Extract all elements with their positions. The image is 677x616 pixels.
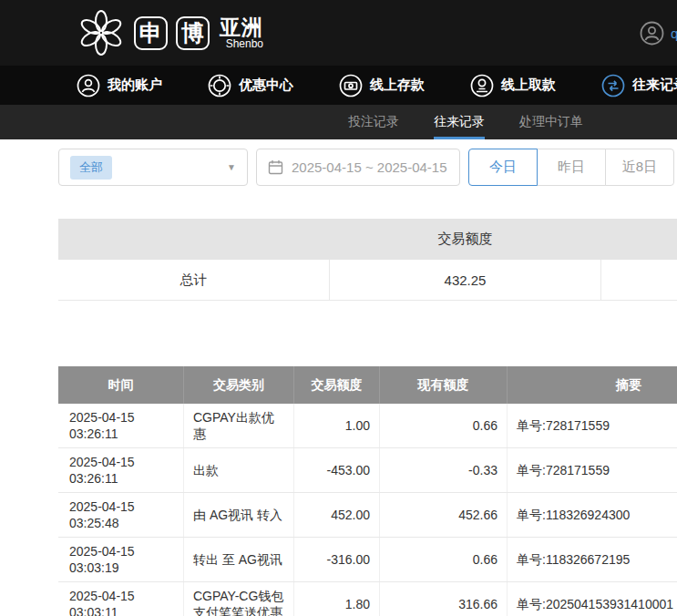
nav-item-label: 线上取款 xyxy=(501,77,556,94)
summary-header-spacer xyxy=(601,219,677,260)
table-cell: 出款 xyxy=(184,448,294,492)
table-cell: 2025-04-15 03:26:11 xyxy=(58,404,184,447)
tab-processing-orders[interactable]: 处理中订单 xyxy=(519,105,583,139)
username-label: q xyxy=(671,26,677,41)
main-navigation: 我的账户 优惠中心 线上存款 xyxy=(0,66,677,105)
table-cell: 2025-04-15 03:03:19 xyxy=(58,538,184,581)
brand-name-en: Shenbo xyxy=(226,38,263,50)
transactions-table: 时间交易类别交易额度现有额度摘要 2025-04-15 03:26:11CGPA… xyxy=(58,366,677,616)
table-cell: 2025-04-15 03:03:11 xyxy=(58,582,184,616)
summary-total-value: 432.25 xyxy=(329,260,601,300)
table-cell: 单号:202504153931410001 xyxy=(508,582,677,616)
table-cell: 单号:728171559 xyxy=(508,448,677,492)
filter-bar: 全部 ▼ 2025-04-15 ~ 2025-04-15 今日 昨日 近8日 xyxy=(58,149,677,186)
transfer-arrows-icon xyxy=(601,74,625,98)
table-cell: -0.33 xyxy=(380,448,508,492)
table-cell: 单号:118326924300 xyxy=(508,493,677,537)
user-circle-icon xyxy=(77,74,100,98)
table-header-row: 时间交易类别交易额度现有额度摘要 xyxy=(58,366,677,404)
table-cell: CGPAY-CG钱包支付笔笔送优惠 xyxy=(184,582,294,616)
table-cell: 1.80 xyxy=(294,582,380,616)
table-row: 2025-04-15 03:03:11CGPAY-CG钱包支付笔笔送优惠1.80… xyxy=(58,582,677,616)
summary-header-row: 交易额度 xyxy=(58,219,677,260)
brand-text: 亚洲 Shenbo xyxy=(220,16,263,50)
nav-item-transactions[interactable]: 往来记录 xyxy=(601,74,677,98)
nav-item-label: 线上存款 xyxy=(370,77,425,94)
table-cell: 452.00 xyxy=(294,493,380,537)
date-range-value: 2025-04-15 ~ 2025-04-15 xyxy=(292,159,447,175)
column-header: 交易类别 xyxy=(184,366,294,404)
table-row: 2025-04-15 03:26:11出款-453.00-0.33单号:7281… xyxy=(58,448,677,493)
brand-name-cn: 亚洲 xyxy=(220,16,263,38)
table-row: 2025-04-15 03:25:48由 AG视讯 转入452.00452.66… xyxy=(58,493,677,538)
user-account[interactable]: q xyxy=(640,21,677,46)
column-header: 交易额度 xyxy=(294,366,380,404)
table-cell: CGPAY出款优惠 xyxy=(184,404,294,447)
tab-betting-records[interactable]: 投注记录 xyxy=(348,105,399,139)
yesterday-button[interactable]: 昨日 xyxy=(537,149,606,186)
summary-total-label: 总计 xyxy=(58,260,329,300)
date-range-input[interactable]: 2025-04-15 ~ 2025-04-15 xyxy=(256,149,460,186)
summary-header-spacer xyxy=(58,219,329,260)
logo-char-box: 博 xyxy=(176,16,210,50)
summary-total-row: 总计 432.25 xyxy=(58,260,677,301)
top-header: 申 博 亚洲 Shenbo q xyxy=(0,0,677,66)
nav-item-label: 往来记录 xyxy=(632,77,677,94)
type-select-value: 全部 xyxy=(70,156,112,180)
column-header: 时间 xyxy=(58,366,184,404)
withdraw-coin-icon xyxy=(470,74,494,98)
table-cell: 452.66 xyxy=(380,493,508,537)
column-header: 现有额度 xyxy=(380,366,508,404)
table-cell: 2025-04-15 03:26:11 xyxy=(58,448,184,492)
column-header: 摘要 xyxy=(508,366,677,404)
calendar-icon xyxy=(268,159,283,175)
page: 申 博 亚洲 Shenbo q xyxy=(0,0,677,616)
nav-item-label: 我的账户 xyxy=(108,77,162,94)
table-row: 2025-04-15 03:26:11CGPAY出款优惠1.000.66单号:7… xyxy=(58,404,677,448)
table-cell: -453.00 xyxy=(294,448,380,492)
last-8-days-button[interactable]: 近8日 xyxy=(605,149,674,186)
user-circle-icon xyxy=(640,21,664,46)
flower-pinwheel-icon xyxy=(77,8,126,57)
today-button[interactable]: 今日 xyxy=(468,149,538,186)
deposit-banknote-icon xyxy=(339,74,363,98)
logo-char-box: 申 xyxy=(134,16,168,50)
summary-header-amount: 交易额度 xyxy=(329,219,601,260)
nav-item-my-account[interactable]: 我的账户 xyxy=(77,74,162,98)
record-tabs: 投注记录 往来记录 处理中订单 xyxy=(0,105,677,139)
tab-transaction-records[interactable]: 往来记录 xyxy=(434,105,485,139)
table-cell: 2025-04-15 03:25:48 xyxy=(58,493,184,537)
type-select[interactable]: 全部 ▼ xyxy=(58,149,248,186)
nav-item-deposit[interactable]: 线上存款 xyxy=(339,74,425,98)
table-cell: 转出 至 AG视讯 xyxy=(184,538,294,581)
table-cell: 0.66 xyxy=(380,538,508,581)
brand-logo[interactable]: 申 博 亚洲 Shenbo xyxy=(77,8,263,57)
nav-item-label: 优惠中心 xyxy=(239,77,293,94)
coin-icon xyxy=(208,74,231,98)
table-cell: 由 AG视讯 转入 xyxy=(184,493,294,537)
table-body: 2025-04-15 03:26:11CGPAY出款优惠1.000.66单号:7… xyxy=(58,404,677,616)
summary-table: 交易额度 总计 432.25 xyxy=(58,219,677,301)
table-cell: 1.00 xyxy=(294,404,380,447)
table-cell: -316.00 xyxy=(294,538,380,581)
chevron-down-icon: ▼ xyxy=(227,162,236,172)
table-cell: 316.66 xyxy=(380,582,508,616)
nav-item-promotions[interactable]: 优惠中心 xyxy=(208,74,293,98)
summary-total-spacer xyxy=(601,260,677,300)
nav-item-withdraw[interactable]: 线上取款 xyxy=(470,74,556,98)
table-cell: 0.66 xyxy=(380,404,508,447)
table-cell: 单号:118326672195 xyxy=(508,538,677,581)
table-cell: 单号:728171559 xyxy=(508,404,677,447)
table-row: 2025-04-15 03:03:19转出 至 AG视讯-316.000.66单… xyxy=(58,538,677,582)
